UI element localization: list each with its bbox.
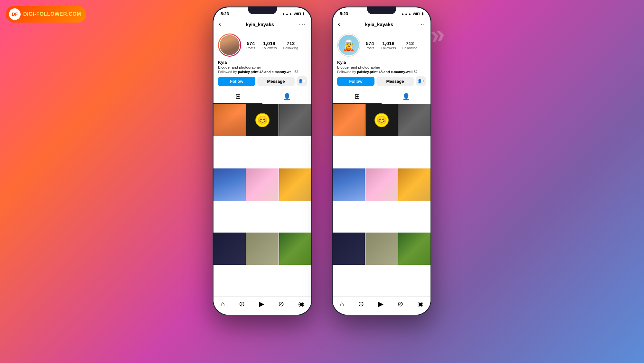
message-button-1[interactable]: Message (257, 77, 295, 86)
status-time-1: 5:23 (221, 11, 229, 16)
person-tag-icon-2: 👤 (402, 93, 410, 100)
avatar-wrap-1 (218, 33, 241, 57)
back-button-1[interactable]: ‹ (219, 20, 221, 28)
posts-num-2: 574 (366, 41, 374, 46)
profile-name-2: Kyia (337, 60, 426, 65)
followed-users-1: paisley.print.48 and e.manny.well.52 (238, 70, 298, 74)
phone-2-inner: 5:23 ▲▲▲ WiFi ▮ ‹ kyia_kayaks ··· (333, 7, 431, 315)
stat-following-2[interactable]: 712 Following (402, 41, 417, 50)
stat-followers-1[interactable]: 1,018 Followers (262, 41, 277, 50)
wifi-icon-1: WiFi (294, 12, 301, 16)
avatar-inner-2: 🧝 (338, 34, 360, 56)
signal-icon-1: ▲▲▲ (282, 12, 292, 16)
following-label-2: Following (402, 46, 417, 50)
tab-bar-1: ⊞ 👤 (213, 89, 311, 104)
follow-button-1[interactable]: Follow (218, 77, 255, 86)
grid-cell-1-6[interactable] (279, 168, 311, 201)
followers-label-2: Followers (381, 46, 396, 50)
profile-followed-2: Followed by paisley.print.48 and e.manny… (337, 70, 426, 74)
photo-grid-2: 😊 (333, 104, 431, 296)
add-person-button-2[interactable]: 👤+ (416, 76, 426, 86)
add-person-icon-2: 👤+ (417, 79, 424, 83)
profile-name-1: Kyia (218, 60, 307, 65)
wifi-icon-2: WiFi (413, 12, 420, 16)
following-num-1: 712 (287, 41, 295, 46)
tab-grid-1[interactable]: ⊞ (213, 89, 262, 104)
grid-cell-1-3[interactable] (279, 104, 311, 136)
profile-section-2: 🧝 574 Posts 1,018 Followers (333, 31, 431, 89)
phones-container: 5:23 ▲▲▲ WiFi ▮ ‹ kyia_kayaks ··· (0, 0, 644, 316)
profile-icon-1[interactable]: ◉ (298, 300, 304, 308)
grid-cell-1-4[interactable] (213, 168, 246, 201)
posts-label-2: Posts (365, 46, 374, 50)
follow-button-2[interactable]: Follow (337, 77, 374, 86)
followers-num-1: 1,018 (263, 41, 275, 46)
grid-cell-2-2[interactable]: 😊 (365, 104, 398, 136)
grid-cell-2-5[interactable] (365, 168, 398, 201)
bottom-nav-1: ⌂ ⊕ ▶ ⊘ ◉ (213, 296, 311, 315)
grid-cell-1-5[interactable] (246, 168, 279, 201)
home-icon-1[interactable]: ⌂ (221, 300, 225, 308)
avatar-animated-2: 🧝 (338, 35, 359, 55)
grid-cell-2-7[interactable] (333, 233, 365, 265)
home-icon-2[interactable]: ⌂ (340, 300, 344, 308)
stat-posts-2[interactable]: 574 Posts (365, 41, 374, 50)
logo-text: DIGI-FOLLOWER.COM (23, 11, 81, 17)
more-menu-2[interactable]: ··· (418, 21, 425, 28)
grid-cell-2-3[interactable] (398, 104, 431, 136)
stat-following-1[interactable]: 712 Following (283, 41, 298, 50)
grid-icon-2: ⊞ (355, 92, 360, 100)
posts-num-1: 574 (247, 41, 255, 46)
reels-icon-2[interactable]: ▶ (378, 300, 384, 308)
search-nav-icon-2[interactable]: ⊕ (358, 300, 364, 308)
stat-followers-2[interactable]: 1,018 Followers (381, 41, 396, 50)
logo-icon: DF (9, 8, 21, 20)
tab-tagged-2[interactable]: 👤 (382, 89, 431, 104)
photo-grid-1: 😊 (213, 104, 311, 296)
avatar-wrap-2: 🧝 (337, 33, 360, 57)
message-button-2[interactable]: Message (376, 77, 414, 86)
profile-bio-1: Blogger and photographer (218, 65, 307, 69)
reels-icon-1[interactable]: ▶ (259, 300, 264, 308)
shop-icon-1[interactable]: ⊘ (278, 300, 284, 308)
tab-bar-2: ⊞ 👤 (333, 89, 431, 104)
action-buttons-2: Follow Message 👤+ (337, 76, 426, 86)
back-button-2[interactable]: ‹ (338, 20, 340, 28)
profile-icon-2[interactable]: ◉ (417, 300, 423, 308)
grid-cell-1-7[interactable] (213, 233, 246, 265)
following-label-1: Following (283, 46, 298, 50)
nav-header-1: ‹ kyia_kayaks ··· (213, 18, 311, 31)
add-person-button-1[interactable]: 👤+ (297, 76, 307, 86)
background: DF DIGI-FOLLOWER.COM » 5:23 ▲▲▲ WiFi ▮ (0, 0, 644, 316)
grid-cell-2-8[interactable] (365, 233, 398, 265)
tab-tagged-1[interactable]: 👤 (262, 89, 311, 104)
grid-cell-1-1[interactable] (213, 104, 246, 136)
notch-1 (248, 6, 277, 14)
grid-cell-1-8[interactable] (246, 233, 279, 265)
logo-badge: DF DIGI-FOLLOWER.COM (6, 6, 86, 23)
posts-label-1: Posts (246, 46, 255, 50)
stats-2: 574 Posts 1,018 Followers 712 Following (365, 41, 426, 50)
profile-bio-2: Blogger and photographer (337, 65, 426, 69)
profile-top-2: 🧝 574 Posts 1,018 Followers (337, 33, 426, 57)
search-nav-icon-1[interactable]: ⊕ (239, 300, 245, 308)
tab-grid-2[interactable]: ⊞ (333, 89, 382, 104)
followers-label-1: Followers (262, 46, 277, 50)
battery-icon-2: ▮ (421, 12, 423, 16)
signal-icon-2: ▲▲▲ (401, 12, 412, 16)
phone-1-inner: 5:23 ▲▲▲ WiFi ▮ ‹ kyia_kayaks ··· (213, 7, 311, 315)
grid-cell-1-2[interactable]: 😊 (246, 104, 279, 136)
grid-icon-1: ⊞ (235, 92, 241, 100)
action-buttons-1: Follow Message 👤+ (218, 76, 307, 86)
person-tag-icon-1: 👤 (283, 93, 291, 100)
grid-cell-2-4[interactable] (333, 168, 365, 201)
more-menu-1[interactable]: ··· (299, 21, 306, 28)
grid-cell-2-9[interactable] (398, 233, 431, 265)
avatar-photo-1 (220, 35, 240, 55)
shop-icon-2[interactable]: ⊘ (397, 300, 403, 308)
grid-cell-2-1[interactable] (333, 104, 365, 136)
stat-posts-1[interactable]: 574 Posts (246, 41, 255, 50)
grid-cell-1-9[interactable] (279, 233, 311, 265)
grid-cell-2-6[interactable] (398, 168, 431, 201)
avatar-inner-1 (219, 34, 240, 56)
